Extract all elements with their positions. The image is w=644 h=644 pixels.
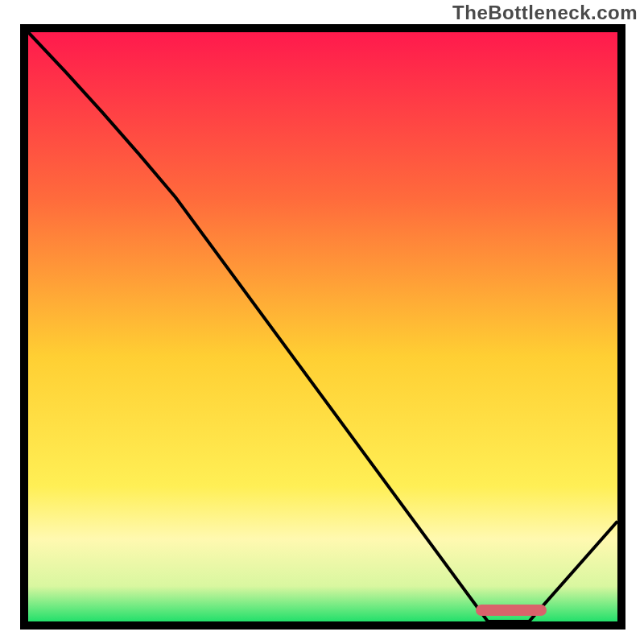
optimum-marker	[476, 605, 547, 616]
watermark-text: TheBottleneck.com	[452, 2, 638, 24]
plot-area	[20, 24, 625, 630]
chart-frame: TheBottleneck.com	[0, 0, 644, 644]
bottleneck-curve	[28, 32, 617, 621]
